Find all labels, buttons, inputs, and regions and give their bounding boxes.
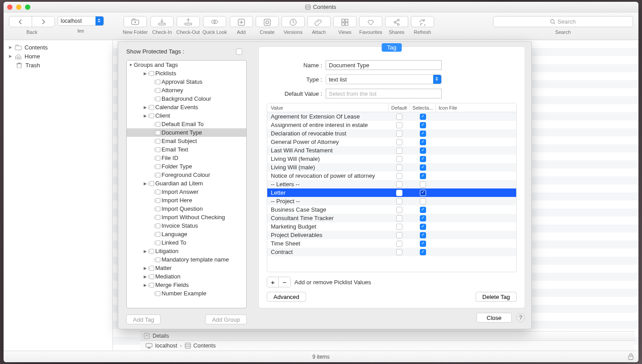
disclosure-icon[interactable]: ▶: [143, 181, 147, 186]
col-icon[interactable]: Icon File: [436, 103, 516, 112]
disclosure-icon[interactable]: ▶: [9, 45, 12, 49]
host-select[interactable]: localhost: [58, 16, 104, 26]
default-checkbox[interactable]: [396, 139, 402, 145]
table-row[interactable]: Project Deliverables: [267, 231, 516, 239]
default-checkbox[interactable]: [396, 181, 402, 188]
type-select[interactable]: text list: [326, 74, 442, 84]
table-row[interactable]: Declaration of revocable trust: [267, 129, 516, 138]
tree-item[interactable]: Language: [127, 230, 246, 238]
table-row[interactable]: -- Letters --: [267, 180, 516, 188]
toolbar-views-button[interactable]: [333, 16, 356, 27]
tree-item[interactable]: Approval Status: [127, 78, 246, 86]
name-input[interactable]: Document Type: [326, 60, 442, 70]
selectable-checkbox[interactable]: [420, 122, 426, 128]
selectable-checkbox[interactable]: [420, 249, 426, 255]
selectable-checkbox[interactable]: [420, 164, 426, 171]
tree-item[interactable]: ▶Client: [127, 111, 246, 120]
selectable-checkbox[interactable]: [420, 114, 426, 120]
tree-item[interactable]: Folder Type: [127, 162, 246, 171]
default-checkbox[interactable]: [396, 156, 402, 162]
show-protected-checkbox[interactable]: [236, 49, 242, 55]
default-checkbox[interactable]: [396, 198, 402, 204]
col-value[interactable]: Value: [267, 103, 389, 112]
tree-item[interactable]: File ID: [127, 154, 246, 162]
default-input[interactable]: Select from the list: [326, 89, 442, 98]
default-checkbox[interactable]: [396, 164, 402, 171]
selectable-checkbox[interactable]: [420, 190, 426, 196]
toolbar-attach-button[interactable]: [307, 16, 331, 27]
disclosure-icon[interactable]: ▶: [143, 105, 147, 110]
details-toggle[interactable]: Details: [140, 331, 635, 341]
search-input[interactable]: Search: [493, 16, 633, 27]
table-row[interactable]: -- Project --: [267, 197, 516, 205]
tree-item[interactable]: Invoice Status: [127, 221, 246, 230]
tree-item[interactable]: Email Text: [127, 145, 246, 154]
tree-item[interactable]: ▶Litigation: [127, 247, 246, 255]
lock-icon[interactable]: [628, 353, 634, 360]
table-row[interactable]: Living Will (female): [267, 155, 516, 163]
tree-item[interactable]: Background Colour: [127, 94, 246, 103]
tags-tree[interactable]: ▼ Groups and Tags ▶PicklistsApproval Sta…: [126, 60, 247, 308]
delete-tag-button[interactable]: Delete Tag: [476, 292, 517, 302]
disclosure-icon[interactable]: ▶: [143, 266, 147, 270]
tree-item[interactable]: Import Question: [127, 204, 246, 213]
selectable-checkbox[interactable]: [420, 232, 426, 238]
help-button[interactable]: ?: [516, 313, 525, 322]
selectable-checkbox[interactable]: [420, 207, 426, 213]
tree-item[interactable]: ▶Matter: [127, 264, 246, 272]
sidebar-item-contents[interactable]: ▶Contents: [4, 43, 112, 52]
table-row[interactable]: Business Case Stage: [267, 205, 516, 214]
minimize-window-button[interactable]: [16, 4, 21, 10]
toolbar-quick-look-button[interactable]: [203, 16, 226, 27]
default-checkbox[interactable]: [396, 173, 402, 179]
tree-item[interactable]: Number Example: [127, 289, 246, 298]
add-picklist-button[interactable]: +: [267, 277, 279, 287]
remove-picklist-button[interactable]: −: [279, 277, 290, 287]
selectable-checkbox[interactable]: [420, 131, 426, 137]
default-checkbox[interactable]: [396, 232, 402, 238]
default-checkbox[interactable]: [396, 131, 402, 137]
disclosure-icon[interactable]: ▶: [143, 114, 147, 118]
tree-item[interactable]: Import Answer: [127, 188, 246, 196]
forward-button[interactable]: [32, 16, 55, 27]
tree-item[interactable]: Document Type: [127, 128, 246, 137]
sidebar-item-home[interactable]: ▶Home: [4, 52, 112, 61]
selectable-checkbox[interactable]: [420, 147, 426, 154]
table-row[interactable]: Living Will (male): [267, 163, 516, 172]
table-row[interactable]: General Power of Attorney: [267, 138, 516, 146]
default-checkbox[interactable]: [396, 224, 402, 230]
default-checkbox[interactable]: [396, 114, 402, 120]
table-row[interactable]: Notice of revocation of power of attorne…: [267, 172, 516, 180]
selectable-checkbox[interactable]: [420, 181, 426, 188]
default-checkbox[interactable]: [396, 241, 402, 247]
toolbar-new-folder-button[interactable]: [124, 16, 147, 27]
table-row[interactable]: Assignment of entire interest in estate: [267, 121, 516, 129]
toolbar-versions-button[interactable]: [282, 16, 305, 27]
close-button[interactable]: Close: [476, 313, 512, 323]
breadcrumb[interactable]: localhost › Contents: [140, 341, 635, 351]
tree-item[interactable]: Attorney: [127, 86, 246, 94]
tree-item[interactable]: Import Here: [127, 196, 246, 204]
disclosure-icon[interactable]: ▶: [9, 54, 12, 58]
advanced-button[interactable]: Advanced: [267, 292, 306, 302]
toolbar-check-out-button[interactable]: [177, 16, 200, 27]
table-row[interactable]: Consultant Time Tracker: [267, 214, 516, 222]
table-row[interactable]: Contract: [267, 248, 516, 256]
disclosure-icon[interactable]: ▶: [143, 249, 147, 254]
tree-item[interactable]: ▶Merge Fields: [127, 281, 246, 289]
selectable-checkbox[interactable]: [420, 224, 426, 230]
tree-item[interactable]: Import Without Checking: [127, 213, 246, 221]
back-button[interactable]: [9, 16, 32, 27]
default-checkbox[interactable]: [396, 215, 402, 221]
default-checkbox[interactable]: [396, 122, 402, 128]
sidebar-item-trash[interactable]: Trash: [4, 61, 112, 70]
tree-root[interactable]: ▼ Groups and Tags: [127, 61, 246, 69]
add-group-button[interactable]: Add Group: [205, 315, 247, 324]
tree-item[interactable]: Email Subject: [127, 137, 246, 145]
disclosure-icon[interactable]: ▶: [143, 71, 147, 76]
table-row[interactable]: Last Will And Testament: [267, 146, 516, 155]
tree-item[interactable]: Foreground Colour: [127, 171, 246, 179]
tree-item[interactable]: ▶Picklists: [127, 69, 246, 78]
selectable-checkbox[interactable]: [420, 198, 426, 204]
default-checkbox[interactable]: [396, 190, 402, 196]
